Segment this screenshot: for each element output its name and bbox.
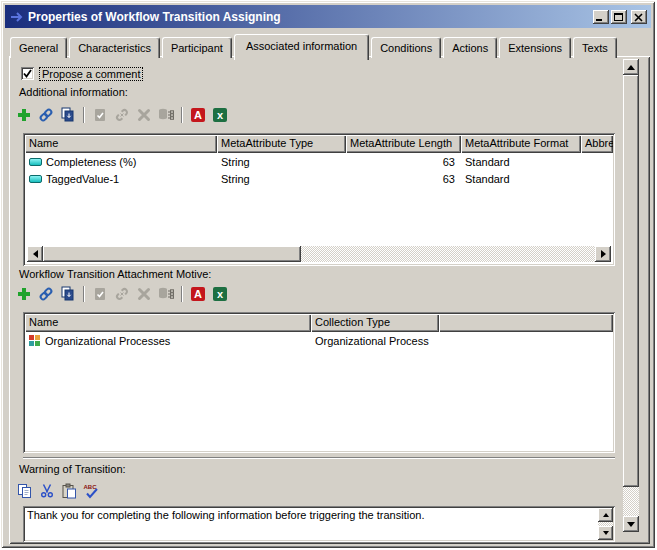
textarea-scrollbar[interactable]	[598, 508, 613, 540]
row-type: String	[217, 156, 346, 168]
row-name: TaggedValue-1	[46, 173, 119, 185]
column-header-blank[interactable]	[439, 314, 613, 332]
window-title: Properties of Workflow Transition Assign…	[28, 10, 593, 24]
scroll-left-button[interactable]	[27, 246, 43, 262]
warning-label: Warning of Transition:	[19, 463, 126, 475]
table-row[interactable]: Completeness (%) String 63 Standard	[25, 153, 613, 170]
toolbar-separator	[181, 286, 183, 302]
tab-conditions[interactable]: Conditions	[371, 37, 441, 58]
horizontal-scrollbar[interactable]	[27, 246, 611, 262]
svg-text:x: x	[217, 288, 224, 300]
tab-actions[interactable]: Actions	[443, 37, 497, 58]
attachment-motive-table: Name Collection Type Organizational Proc…	[23, 312, 615, 453]
close-icon	[633, 11, 644, 26]
copy-arrow-icon[interactable]	[60, 107, 76, 123]
arrow-down-icon	[603, 531, 609, 535]
svg-text:x: x	[217, 109, 224, 121]
column-header-name[interactable]: Name	[25, 135, 217, 153]
additional-information-toolbar: A x	[16, 105, 228, 125]
scroll-right-button[interactable]	[595, 246, 611, 262]
scroll-down-button[interactable]	[623, 516, 639, 532]
toolbar-separator	[181, 107, 183, 123]
table-row[interactable]: Organizational Processes Organizational …	[25, 332, 613, 349]
link-icon[interactable]	[38, 286, 54, 302]
vertical-scrollbar-track[interactable]	[623, 487, 639, 516]
additional-information-label: Additional information:	[19, 86, 128, 98]
attachment-motive-label: Workflow Transition Attachment Motive:	[19, 268, 211, 280]
row-type: String	[217, 173, 346, 185]
row-collection-type: Organizational Process	[311, 335, 439, 347]
document-check-icon[interactable]	[92, 286, 108, 302]
horizontal-scrollbar-track[interactable]	[301, 246, 595, 262]
tagged-value-icon	[29, 158, 42, 166]
tab-strip: General Characteristics Participant Asso…	[10, 30, 619, 58]
close-button[interactable]	[631, 10, 647, 24]
excel-export-icon[interactable]: x	[212, 286, 228, 302]
minimize-button[interactable]	[593, 10, 609, 24]
textarea-scroll-down-button[interactable]	[598, 526, 613, 540]
vertical-scrollbar[interactable]	[623, 59, 639, 532]
table-row[interactable]: TaggedValue-1 String 63 Standard	[25, 170, 613, 187]
row-format: Standard	[461, 173, 581, 185]
tab-associated-information[interactable]: Associated information	[234, 34, 369, 60]
warning-textarea[interactable]: Thank you for completing the following i…	[23, 506, 615, 542]
row-length: 63	[346, 173, 461, 185]
arrow-right-icon	[601, 250, 606, 258]
propose-comment-checkbox[interactable]	[21, 67, 34, 80]
attachment-motive-toolbar: A x	[16, 284, 228, 304]
horizontal-scrollbar-thumb[interactable]	[43, 246, 301, 262]
column-header-metaattribute-format[interactable]: MetaAttribute Format	[461, 135, 581, 153]
column-header-collection-type[interactable]: Collection Type	[311, 314, 439, 332]
additional-information-table: Name MetaAttribute Type MetaAttribute Le…	[23, 133, 615, 266]
document-check-icon[interactable]	[92, 107, 108, 123]
database-tree-icon[interactable]	[158, 107, 174, 123]
column-header-abbreviation[interactable]: Abbre	[581, 135, 613, 153]
maximize-icon	[614, 13, 623, 21]
copy-icon[interactable]	[17, 483, 33, 499]
section-divider	[23, 457, 615, 459]
propose-comment-label[interactable]: Propose a comment	[40, 68, 142, 80]
svg-text:A: A	[194, 288, 202, 300]
delete-icon[interactable]	[136, 286, 152, 302]
delete-icon[interactable]	[136, 107, 152, 123]
window-icon	[9, 9, 25, 25]
scroll-up-button[interactable]	[623, 59, 639, 75]
excel-export-icon[interactable]: x	[212, 107, 228, 123]
titlebar: Properties of Workflow Transition Assign…	[5, 5, 651, 28]
tab-participant[interactable]: Participant	[162, 37, 232, 58]
cut-icon[interactable]	[39, 483, 55, 499]
spell-check-icon[interactable]: ABC	[83, 483, 99, 499]
link-icon[interactable]	[38, 107, 54, 123]
propose-comment-row: Propose a comment	[21, 67, 142, 80]
database-tree-icon[interactable]	[158, 286, 174, 302]
row-name: Completeness (%)	[46, 156, 136, 168]
column-header-name[interactable]: Name	[25, 314, 311, 332]
tab-extensions[interactable]: Extensions	[499, 37, 571, 58]
arrow-up-icon	[627, 65, 635, 70]
table-header: Name MetaAttribute Type MetaAttribute Le…	[25, 135, 613, 153]
add-icon[interactable]	[16, 286, 32, 302]
unlink-icon[interactable]	[114, 107, 130, 123]
textarea-scroll-up-button[interactable]	[598, 508, 613, 522]
tab-texts[interactable]: Texts	[573, 37, 617, 58]
tab-characteristics[interactable]: Characteristics	[69, 37, 160, 58]
column-header-metaattribute-type[interactable]: MetaAttribute Type	[217, 135, 346, 153]
arrow-up-icon	[603, 513, 609, 517]
toolbar-separator	[83, 286, 85, 302]
pdf-export-icon[interactable]: A	[190, 286, 206, 302]
row-length: 63	[346, 156, 461, 168]
unlink-icon[interactable]	[114, 286, 130, 302]
copy-arrow-icon[interactable]	[60, 286, 76, 302]
dialog-window: Properties of Workflow Transition Assign…	[1, 1, 655, 548]
maximize-button[interactable]	[611, 10, 627, 24]
vertical-scrollbar-thumb[interactable]	[623, 75, 639, 487]
toolbar-separator	[83, 107, 85, 123]
tab-general[interactable]: General	[10, 37, 67, 58]
svg-text:A: A	[194, 109, 202, 121]
organizational-process-icon	[29, 335, 41, 347]
add-icon[interactable]	[16, 107, 32, 123]
column-header-metaattribute-length[interactable]: MetaAttribute Length	[346, 135, 461, 153]
pdf-export-icon[interactable]: A	[190, 107, 206, 123]
svg-text:ABC: ABC	[84, 484, 98, 490]
paste-icon[interactable]	[61, 483, 77, 499]
